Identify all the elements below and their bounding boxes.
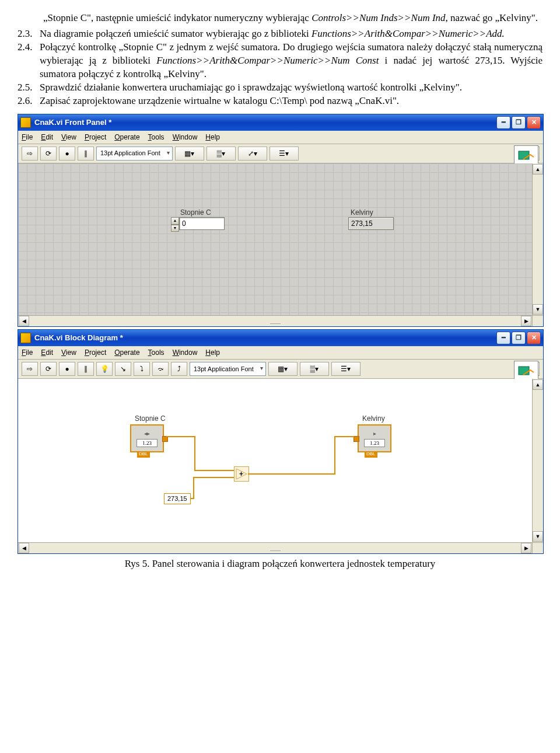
resize-button[interactable]: ⤢▾ [238, 147, 267, 161]
pause-button[interactable]: ∥ [78, 147, 94, 161]
list-number: 2.6. [18, 95, 40, 108]
wire[interactable] [194, 470, 234, 471]
scroll-left-button[interactable]: ◀ [19, 316, 29, 326]
wire[interactable] [194, 436, 195, 470]
numeric-constant[interactable]: 273,15 [164, 493, 191, 504]
text: Na diagramie połączeń umieścić sumator w… [40, 28, 312, 39]
abort-button[interactable]: ● [59, 362, 75, 376]
increment-button[interactable]: ▴ [171, 217, 179, 225]
node-label-stopnie: Stopnie C [135, 414, 166, 423]
menu-help[interactable]: Help [205, 133, 220, 142]
spinner-icon: ◂▸ [144, 430, 150, 438]
window-title: CnaK.vi Block Diagram * [34, 333, 496, 343]
highlight-execution-button[interactable]: 💡 [96, 362, 113, 376]
menu-project[interactable]: Project [85, 348, 106, 357]
menu-file[interactable]: File [22, 133, 33, 142]
wire[interactable] [193, 477, 234, 478]
control-terminal-stopnie[interactable]: ◂▸ 1.23 DBL [130, 424, 164, 452]
menu-tools[interactable]: Tools [148, 348, 164, 357]
menu-file[interactable]: File [22, 348, 33, 357]
dbl-label: DBL [365, 451, 377, 458]
vertical-scrollbar[interactable]: ▲ ▼ [532, 163, 543, 315]
distribute-button[interactable]: ▒▾ [300, 362, 329, 376]
front-panel-window: CnaK.vi Front Panel * ━ ❐ ✕ File Edit Vi… [18, 114, 544, 327]
list-number: 2.3. [18, 27, 40, 41]
wire[interactable] [191, 498, 194, 499]
menu-edit[interactable]: Edit [41, 133, 53, 142]
wire[interactable] [334, 436, 335, 475]
wire[interactable] [334, 436, 354, 437]
pause-button[interactable]: ∥ [78, 362, 94, 376]
menubar[interactable]: File Edit View Project Operate Tools Win… [18, 346, 543, 360]
toolbar: ⇨ ⟳ ● ∥ 13pt Application Font ▦▾ ▒▾ ⤢▾ ☰… [18, 144, 543, 163]
control-label-stopnie: Stopnie C [180, 208, 211, 217]
wire[interactable] [248, 473, 335, 475]
minimize-button[interactable]: ━ [496, 332, 510, 344]
scroll-right-button[interactable]: ▶ [521, 316, 531, 326]
scroll-right-button[interactable]: ▶ [521, 543, 531, 553]
maximize-button[interactable]: ❐ [512, 332, 526, 344]
menu-view[interactable]: View [61, 348, 76, 357]
abort-button[interactable]: ● [59, 147, 75, 161]
retain-wire-button[interactable]: ↘ [115, 362, 131, 376]
menu-operate[interactable]: Operate [114, 133, 139, 142]
document-body: „Stopnie C", następnie umieścić indykato… [18, 12, 542, 108]
menubar[interactable]: File Edit View Project Operate Tools Win… [18, 131, 543, 144]
text: Sprawdzić działanie konwertera uruchamia… [40, 81, 542, 95]
menu-operate[interactable]: Operate [114, 348, 139, 357]
run-continuously-button[interactable]: ⟳ [40, 362, 57, 376]
text-italic: Controls>>Num Inds>>Num Ind [312, 12, 445, 23]
close-button[interactable]: ✕ [527, 332, 541, 344]
run-continuously-button[interactable]: ⟳ [40, 147, 57, 161]
cleanup-button[interactable]: ☰▾ [331, 362, 360, 376]
menu-help[interactable]: Help [205, 348, 220, 357]
text: Zapisać zaprojektowane urządzenie wirtua… [40, 95, 542, 108]
vertical-scrollbar[interactable]: ▲ ▼ [532, 379, 543, 542]
close-button[interactable]: ✕ [527, 116, 541, 129]
menu-edit[interactable]: Edit [41, 348, 53, 357]
distribute-button[interactable]: ▒▾ [206, 147, 236, 161]
menu-view[interactable]: View [61, 133, 76, 142]
scroll-left-button[interactable]: ◀ [19, 543, 29, 553]
menu-window[interactable]: Window [173, 348, 198, 357]
step-out-button[interactable]: ⤴ [171, 362, 187, 376]
numeric-input[interactable]: 0 [179, 217, 225, 230]
input-terminal[interactable] [354, 436, 359, 442]
decrement-button[interactable]: ▾ [171, 225, 179, 232]
horizontal-scrollbar[interactable]: ◀ ⎯⎯⎯ ▶ [18, 542, 543, 553]
block-diagram-canvas[interactable]: Stopnie C Kelviny ◂▸ 1.23 DBL ▸ 1.23 DBL… [18, 379, 543, 542]
align-button[interactable]: ▦▾ [268, 362, 298, 376]
maximize-button[interactable]: ❐ [512, 116, 526, 129]
align-button[interactable]: ▦▾ [175, 147, 204, 161]
add-function-node[interactable]: + [234, 466, 249, 482]
titlebar[interactable]: CnaK.vi Front Panel * ━ ❐ ✕ [18, 114, 543, 131]
dbl-label: DBL [137, 451, 150, 458]
step-over-button[interactable]: ⤼ [152, 362, 169, 376]
window-title: CnaK.vi Front Panel * [34, 117, 496, 128]
list-number: 2.5. [18, 81, 40, 95]
list-number: 2.4. [18, 41, 40, 81]
step-into-button[interactable]: ⤵ [134, 362, 150, 376]
run-button[interactable]: ⇨ [22, 362, 38, 376]
reorder-button[interactable]: ☰▾ [270, 147, 299, 161]
svg-rect-0 [519, 151, 529, 159]
run-button[interactable]: ⇨ [22, 147, 38, 161]
scroll-down-button[interactable]: ▼ [533, 304, 543, 315]
menu-window[interactable]: Window [173, 133, 198, 142]
scroll-up-button[interactable]: ▲ [533, 379, 543, 390]
wire[interactable] [166, 436, 194, 437]
scroll-up-button[interactable]: ▲ [533, 164, 543, 175]
titlebar[interactable]: CnaK.vi Block Diagram * ━ ❐ ✕ [18, 330, 543, 346]
indicator-terminal-kelviny[interactable]: ▸ 1.23 DBL [358, 424, 391, 452]
menu-project[interactable]: Project [85, 133, 106, 142]
front-panel-canvas[interactable]: Stopnie C ▴ ▾ 0 Kelviny 273,15 ▲ ▼ [18, 163, 543, 315]
font-selector[interactable]: 13pt Application Font [96, 147, 173, 161]
numeric-control-stopnie[interactable]: ▴ ▾ 0 [171, 217, 225, 230]
wire[interactable] [193, 477, 194, 498]
font-selector[interactable]: 13pt Application Font [190, 362, 266, 376]
node-display: 1.23 [364, 439, 385, 447]
horizontal-scrollbar[interactable]: ◀ ⎯⎯⎯ ▶ [18, 315, 543, 326]
menu-tools[interactable]: Tools [148, 133, 164, 142]
minimize-button[interactable]: ━ [496, 116, 510, 129]
scroll-down-button[interactable]: ▼ [533, 531, 543, 542]
